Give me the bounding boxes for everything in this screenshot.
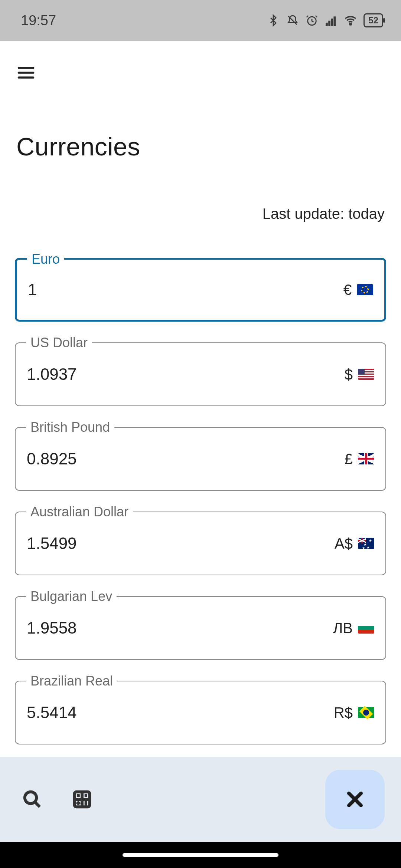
currency-right: ЛВ [333, 620, 374, 637]
currency-row: Bulgarian Lev1.9558ЛВ [15, 596, 386, 660]
hamburger-icon [16, 63, 36, 82]
currency-row: Australian Dollar1.5499A$ [15, 512, 386, 575]
flag-icon [357, 284, 373, 295]
calculator-icon [72, 789, 92, 809]
wifi-icon [344, 14, 357, 27]
currency-input-box[interactable]: Euro1€ [15, 258, 386, 322]
currency-input-box[interactable]: Brazilian Real5.5414R$ [15, 681, 386, 744]
svg-rect-4 [334, 17, 335, 26]
menu-button[interactable] [16, 63, 36, 82]
currency-value[interactable]: 5.5414 [27, 703, 334, 722]
currency-value[interactable]: 1.0937 [27, 365, 345, 384]
battery-level: 52 [368, 15, 378, 26]
close-fab[interactable] [325, 770, 385, 829]
svg-point-9 [25, 792, 37, 804]
currency-symbol: € [343, 282, 352, 298]
currency-label: Bulgarian Lev [26, 589, 117, 604]
search-button[interactable] [22, 789, 42, 809]
title-area: Currencies [0, 84, 401, 161]
alarm-icon [306, 14, 318, 27]
currency-label: Euro [27, 251, 64, 267]
silent-icon [286, 14, 299, 27]
currency-input-box[interactable]: Bulgarian Lev1.9558ЛВ [15, 596, 386, 660]
svg-rect-1 [326, 23, 327, 26]
currency-value[interactable]: 1.5499 [27, 534, 335, 553]
status-icons: 52 [267, 13, 383, 27]
currency-symbol: ЛВ [333, 620, 353, 637]
currency-right: A$ [335, 535, 374, 552]
status-bar: 19:57 52 [0, 0, 401, 41]
flag-icon [358, 538, 374, 549]
currency-row: US Dollar1.0937$ [15, 342, 386, 406]
battery-icon: 52 [363, 13, 383, 27]
currency-value[interactable]: 1.9558 [27, 619, 333, 637]
flag-icon [358, 707, 374, 718]
bottom-bar [0, 757, 401, 842]
currency-value[interactable]: 0.8925 [27, 450, 345, 468]
flag-icon [358, 453, 374, 464]
currency-label: Australian Dollar [26, 504, 133, 520]
system-nav-bar [0, 842, 401, 868]
app-bar [0, 41, 401, 84]
last-update-label: Last update: today [0, 161, 401, 222]
currency-row: Brazilian Real5.5414R$ [15, 681, 386, 744]
currency-symbol: $ [345, 366, 353, 383]
svg-rect-2 [329, 21, 330, 26]
currency-right: R$ [334, 704, 374, 721]
currency-list: Euro1€US Dollar1.0937$British Pound0.892… [0, 222, 401, 744]
currency-symbol: R$ [334, 704, 353, 721]
search-icon [22, 789, 42, 809]
flag-icon [358, 622, 374, 634]
currency-right: $ [345, 366, 374, 383]
currency-value[interactable]: 1 [28, 280, 343, 299]
close-icon [345, 789, 365, 810]
svg-rect-3 [331, 19, 333, 26]
currency-label: US Dollar [26, 335, 92, 351]
currency-input-box[interactable]: British Pound0.8925£ [15, 427, 386, 491]
status-time: 19:57 [21, 13, 56, 29]
currency-input-box[interactable]: US Dollar1.0937$ [15, 342, 386, 406]
svg-line-10 [35, 802, 40, 807]
svg-point-5 [350, 23, 351, 25]
calculator-button[interactable] [72, 789, 92, 809]
currency-label: Brazilian Real [26, 673, 117, 689]
currency-symbol: A$ [335, 535, 353, 552]
currency-right: £ [345, 451, 374, 467]
page-title: Currencies [16, 132, 385, 161]
signal-icon [325, 14, 338, 27]
svg-line-18 [77, 802, 80, 805]
currency-symbol: £ [345, 451, 353, 467]
currency-right: € [343, 282, 373, 298]
currency-row: British Pound0.8925£ [15, 427, 386, 491]
currency-label: British Pound [26, 420, 114, 435]
bluetooth-icon [267, 14, 280, 27]
flag-icon [358, 369, 374, 380]
nav-handle[interactable] [123, 853, 278, 857]
currency-row: Euro1€ [15, 258, 386, 322]
currency-input-box[interactable]: Australian Dollar1.5499A$ [15, 512, 386, 575]
